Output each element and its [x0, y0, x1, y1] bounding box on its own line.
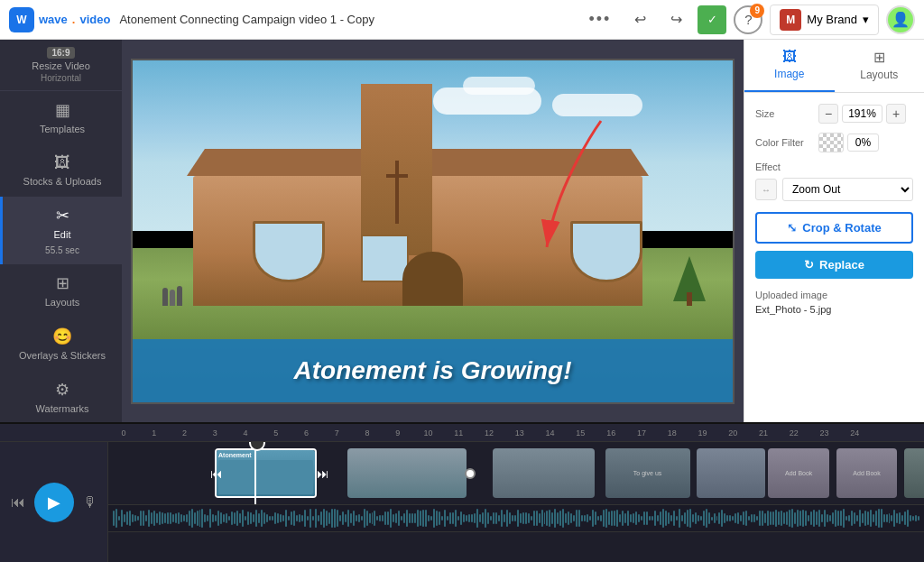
- clip-4[interactable]: To give us: [605, 448, 690, 498]
- ruler-mark: 1: [139, 428, 170, 438]
- chevron-down-icon: ▾: [863, 13, 869, 26]
- ruler-mark: 16: [596, 428, 626, 438]
- playhead[interactable]: [254, 442, 256, 504]
- clip-6[interactable]: Add Book: [768, 448, 829, 498]
- user-avatar[interactable]: 👤: [886, 5, 915, 34]
- mic-button[interactable]: 🎙: [83, 494, 97, 511]
- image-tab-icon: 🖼: [782, 49, 797, 65]
- ruler-mark: 0: [108, 428, 139, 438]
- watermarks-label: Watermarks: [36, 403, 89, 415]
- transition-marker[interactable]: [461, 448, 479, 498]
- timeline-ruler: 0 1 2 3 4 5 6 7 8 9 10 11 12 13 14 15 16…: [0, 424, 924, 442]
- caption-bar: Atonement is Growing!: [133, 339, 733, 402]
- clip-skip-left[interactable]: ⏮: [210, 442, 223, 504]
- sidebar-item-watermarks[interactable]: ⚙ Watermarks: [0, 371, 122, 422]
- replace-button[interactable]: ↻ Replace: [755, 251, 913, 279]
- logo-text: wave: [39, 13, 68, 26]
- timeline: 0 1 2 3 4 5 6 7 8 9 10 11 12 13 14 15 16…: [0, 422, 924, 562]
- sidebar-item-resize[interactable]: 16:9 Resize Video Horizontal: [0, 40, 122, 91]
- tab-image[interactable]: 🖼 Image: [744, 40, 835, 92]
- ruler-mark: 2: [170, 428, 200, 438]
- ruler-mark: 24: [839, 428, 870, 438]
- timeline-controls: ⏮ ▶ 🎙: [0, 442, 108, 562]
- sidebar-item-layouts[interactable]: ⊞ Layouts: [0, 264, 122, 318]
- ruler-mark: 3: [199, 428, 230, 438]
- clip-8[interactable]: [904, 448, 924, 498]
- skip-back-button[interactable]: ⏮: [11, 494, 25, 511]
- save-button[interactable]: ✓: [698, 5, 726, 34]
- clip-2[interactable]: [347, 448, 467, 498]
- ruler-mark: 13: [504, 428, 535, 438]
- sidebar-item-overlays[interactable]: 😊 Overlays & Stickers: [0, 318, 122, 371]
- ruler-mark: 23: [809, 428, 840, 438]
- stocks-icon: 🖼: [54, 153, 70, 172]
- caption-text: Atonement is Growing!: [294, 356, 572, 385]
- crop-icon: ⤡: [787, 221, 797, 235]
- brand-name: My Brand: [807, 13, 857, 26]
- timeline-tracks[interactable]: Atonement ⏮ ⏭: [108, 442, 924, 562]
- sidebar-item-edit[interactable]: ✂ Edit 55.5 sec: [0, 197, 122, 263]
- uploaded-label: Uploaded image: [755, 290, 913, 300]
- tab-layouts[interactable]: ⊞ Layouts: [835, 40, 925, 92]
- size-plus-button[interactable]: +: [886, 104, 906, 124]
- ruler-mark: 20: [717, 428, 748, 438]
- sidebar-item-stocks[interactable]: 🖼 Stocks & Uploads: [0, 144, 122, 197]
- ruler-mark: 14: [535, 428, 566, 438]
- overlays-label: Overlays & Stickers: [19, 350, 106, 362]
- effect-expand-icon: ↔: [755, 179, 777, 200]
- image-tab-label: Image: [774, 68, 804, 80]
- redo-button[interactable]: ↪: [661, 5, 690, 34]
- uploaded-filename: Ext_Photo - 5.jpg: [755, 304, 913, 315]
- ruler-mark: 18: [657, 428, 688, 438]
- sidebar: 16:9 Resize Video Horizontal ▦ Templates…: [0, 40, 122, 422]
- ruler-mark: 21: [748, 428, 779, 438]
- resize-sub: Horizontal: [41, 73, 81, 83]
- video-canvas[interactable]: Atonement is Growing!: [131, 59, 735, 404]
- canvas-area: Atonement is Growing!: [122, 40, 744, 422]
- check-icon: ✓: [707, 13, 717, 26]
- logo[interactable]: W wave.video: [9, 7, 110, 32]
- logo-icon: W: [9, 7, 34, 32]
- clip-5[interactable]: [697, 448, 764, 498]
- help-button[interactable]: ? 9: [734, 5, 762, 34]
- play-icon: ▶: [48, 493, 60, 512]
- video-track: Atonement ⏮ ⏭: [108, 442, 924, 505]
- effect-select[interactable]: Zoom Out Zoom In Pan Left Pan Right None: [782, 178, 913, 201]
- mic-icon: 🎙: [83, 494, 97, 510]
- right-panel: 🖼 Image ⊞ Layouts Size − 191% + Color Fi…: [744, 40, 924, 422]
- edit-icon: ✂: [56, 206, 69, 226]
- ruler-mark: 9: [383, 428, 413, 438]
- size-controls: − 191% +: [818, 104, 906, 124]
- effect-label: Effect: [755, 161, 913, 172]
- undo-button[interactable]: ↩: [625, 5, 654, 34]
- svg-rect-0: [395, 161, 399, 224]
- color-filter-swatch[interactable]: [818, 133, 844, 152]
- ruler-mark: 5: [261, 428, 291, 438]
- clip-skip-right[interactable]: ⏭: [317, 442, 329, 504]
- clip-7[interactable]: Add Book: [836, 448, 898, 498]
- play-button[interactable]: ▶: [34, 483, 74, 522]
- color-filter-value: 0%: [847, 134, 879, 152]
- stocks-label: Stocks & Uploads: [23, 176, 102, 188]
- project-title: Atonement Connecting Campaign video 1 - …: [119, 13, 574, 26]
- ruler-mark: 12: [474, 428, 504, 438]
- crop-rotate-button[interactable]: ⤡ Crop & Rotate: [755, 212, 913, 244]
- clip-selected[interactable]: Atonement: [215, 448, 317, 498]
- ruler-mark: 6: [291, 428, 322, 438]
- templates-label: Templates: [40, 124, 85, 135]
- waveform-row: // Generate waveform bars inline for (le…: [108, 505, 924, 532]
- more-options-button[interactable]: •••: [583, 10, 616, 29]
- sidebar-item-templates[interactable]: ▦ Templates: [0, 91, 122, 144]
- overlays-icon: 😊: [52, 327, 72, 346]
- edit-duration: 55.5 sec: [45, 245, 79, 255]
- ruler-mark: 15: [565, 428, 596, 438]
- size-minus-button[interactable]: −: [818, 104, 838, 124]
- redo-icon: ↪: [670, 11, 682, 28]
- brand-selector[interactable]: M My Brand ▾: [770, 5, 879, 35]
- notification-badge: 9: [750, 4, 764, 18]
- resize-badge: 16:9: [47, 47, 74, 59]
- layouts-tab-icon: ⊞: [873, 49, 885, 66]
- clip-3[interactable]: [493, 448, 595, 498]
- undo-icon: ↩: [634, 11, 646, 28]
- templates-icon: ▦: [55, 100, 70, 120]
